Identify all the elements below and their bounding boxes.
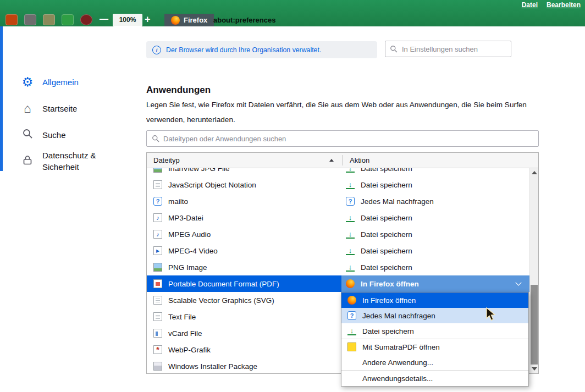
toolbar-app-icon-5[interactable] bbox=[80, 14, 92, 25]
action-label: Datei speichern bbox=[361, 214, 412, 222]
file-type-label: mailto bbox=[168, 197, 188, 206]
file-type-cell[interactable]: *WebP-Grafik bbox=[147, 341, 341, 358]
table-row[interactable]: PNG Image↓Datei speichern bbox=[147, 259, 529, 275]
table-scrollbar[interactable] bbox=[529, 168, 538, 373]
document-file-icon bbox=[153, 296, 162, 305]
file-type-cell[interactable]: ♪MPEG Audio bbox=[147, 226, 341, 242]
save-icon: ↓ bbox=[347, 327, 356, 335]
toolbar-app-icon-2[interactable] bbox=[24, 14, 36, 25]
firefox-window-tab[interactable]: Firefox bbox=[164, 14, 214, 26]
sidebar-item-allgemein[interactable]: ⚙ Allgemein bbox=[21, 75, 79, 89]
toolbar-app-icon-4[interactable] bbox=[62, 14, 74, 25]
zoom-out-button[interactable]: — bbox=[100, 13, 108, 25]
action-cell[interactable]: ↓Datei speichern bbox=[341, 176, 529, 193]
file-type-label: Text File bbox=[168, 313, 196, 321]
ask-icon: ? bbox=[347, 311, 356, 320]
scrollbar-thumb[interactable] bbox=[531, 285, 538, 365]
file-type-cell[interactable]: ?mailto bbox=[147, 193, 341, 209]
dropdown-item[interactable]: Mit SumatraPDF öffnen bbox=[341, 339, 528, 355]
dropdown-item-label: Anwendungsdetails... bbox=[362, 374, 433, 383]
firefox-icon bbox=[347, 296, 356, 305]
sidebar-item-startseite[interactable]: ⌂ Startseite bbox=[21, 102, 77, 115]
image-file-icon bbox=[153, 168, 162, 173]
table-row[interactable]: ♪MPEG Audio↓Datei speichern bbox=[147, 226, 529, 242]
save-icon: ↓ bbox=[346, 230, 355, 239]
settings-search-input[interactable] bbox=[385, 41, 511, 57]
menu-item-bearbeiten[interactable]: Bearbeiten bbox=[547, 1, 581, 9]
address-text: about:preferences bbox=[213, 14, 275, 26]
action-label: Datei speichern bbox=[361, 168, 412, 173]
file-type-label: MPEG-4 Video bbox=[168, 247, 218, 255]
webp-file-icon: * bbox=[153, 345, 162, 354]
sidebar-item-suche[interactable]: Suche bbox=[21, 128, 66, 141]
file-type-cell[interactable]: ♪MP3-Datei bbox=[147, 209, 341, 226]
save-icon: ↓ bbox=[346, 247, 355, 255]
column-header-aktion[interactable]: Aktion bbox=[350, 153, 369, 168]
info-icon bbox=[152, 46, 161, 54]
dropdown-item[interactable]: ↓Datei speichern bbox=[341, 323, 528, 339]
pdf-file-icon bbox=[153, 279, 162, 288]
image-file-icon bbox=[153, 263, 162, 272]
file-type-cell[interactable]: vCard File bbox=[147, 325, 341, 341]
file-type-cell[interactable]: PNG Image bbox=[147, 259, 341, 275]
gear-icon: ⚙ bbox=[21, 75, 34, 89]
action-label: Datei speichern bbox=[361, 230, 412, 239]
filetype-search-input[interactable] bbox=[146, 130, 539, 147]
file-type-cell[interactable]: Windows Installer Package bbox=[147, 358, 341, 373]
toolbar-app-icon-3[interactable] bbox=[43, 14, 55, 25]
table-row[interactable]: IrfanView JPG File↓Datei speichern bbox=[147, 168, 529, 176]
scroll-up-icon[interactable] bbox=[532, 171, 537, 174]
dropdown-item[interactable]: Anwendungsdetails... bbox=[341, 370, 528, 386]
action-cell[interactable]: ?Jedes Mal nachfragen bbox=[341, 193, 529, 209]
dropdown-item[interactable]: ?Jedes Mal nachfragen bbox=[341, 308, 528, 323]
table-header: Dateityp Aktion bbox=[147, 153, 538, 168]
table-row[interactable]: ▶MPEG-4 Video↓Datei speichern bbox=[147, 242, 529, 259]
scroll-down-icon[interactable] bbox=[532, 367, 537, 371]
file-type-label: MP3-Datei bbox=[168, 214, 203, 222]
file-type-label: JavaScript Object Notation bbox=[168, 181, 256, 189]
toolbar-app-icon-1[interactable] bbox=[5, 14, 18, 25]
search-icon bbox=[21, 128, 34, 141]
file-type-cell[interactable]: Portable Document Format (PDF) bbox=[147, 275, 341, 292]
dropdown-item[interactable]: In Firefox öffnen bbox=[341, 292, 528, 308]
sidebar-item-label: Startseite bbox=[42, 103, 77, 114]
file-type-cell[interactable]: Scalable Vector Graphics (SVG) bbox=[147, 292, 341, 308]
file-type-label: PNG Image bbox=[168, 263, 207, 272]
section-description: Legen Sie fest, wie Firefox mit Dateien … bbox=[146, 97, 534, 127]
action-cell[interactable]: ↓Datei speichern bbox=[341, 209, 529, 226]
table-row[interactable]: Portable Document Format (PDF)In Firefox… bbox=[147, 275, 529, 292]
action-select[interactable]: In Firefox öffnen bbox=[341, 275, 529, 292]
action-label: Datei speichern bbox=[361, 247, 412, 255]
column-header-dateityp[interactable]: Dateityp bbox=[153, 153, 180, 168]
action-cell[interactable]: ↓Datei speichern bbox=[341, 226, 529, 242]
chevron-down-icon bbox=[515, 279, 521, 285]
vcard-file-icon bbox=[153, 329, 162, 338]
table-row[interactable]: ♪MP3-Datei↓Datei speichern bbox=[147, 209, 529, 226]
file-type-cell[interactable]: Text File bbox=[147, 308, 341, 325]
zoom-level-indicator: 100% bbox=[113, 14, 142, 26]
dropdown-item[interactable]: Andere Anwendung... bbox=[341, 355, 528, 370]
menu-item-datei[interactable]: Datei bbox=[522, 1, 538, 9]
file-type-label: vCard File bbox=[168, 329, 202, 338]
file-type-cell[interactable]: IrfanView JPG File bbox=[147, 168, 341, 176]
file-type-cell[interactable]: JavaScript Object Notation bbox=[147, 176, 341, 193]
sidebar-item-label: Allgemein bbox=[42, 76, 79, 88]
window-menubar: Datei Bearbeiten bbox=[522, 1, 581, 9]
sidebar-item-label: Datenschutz & Sicherheit bbox=[42, 150, 114, 173]
left-accent-strip bbox=[0, 26, 3, 171]
action-cell[interactable]: ↓Datei speichern bbox=[341, 242, 529, 259]
zoom-in-button[interactable]: + bbox=[145, 13, 151, 26]
action-cell[interactable]: ↓Datei speichern bbox=[341, 168, 529, 176]
sumatra-icon bbox=[347, 343, 356, 351]
table-row[interactable]: ?mailto?Jedes Mal nachfragen bbox=[147, 193, 529, 209]
sidebar-item-datenschutz[interactable]: Datenschutz & Sicherheit bbox=[21, 150, 114, 173]
toolbar-app-icons bbox=[5, 14, 92, 25]
table-row[interactable]: JavaScript Object Notation↓Datei speiche… bbox=[147, 176, 529, 193]
file-type-label: Windows Installer Package bbox=[168, 362, 257, 371]
file-type-cell[interactable]: ▶MPEG-4 Video bbox=[147, 242, 341, 259]
save-icon: ↓ bbox=[346, 181, 355, 189]
action-cell[interactable]: ↓Datei speichern bbox=[341, 259, 529, 275]
file-type-label: WebP-Grafik bbox=[168, 346, 211, 354]
firefox-icon bbox=[346, 279, 355, 288]
sort-ascending-icon bbox=[329, 159, 334, 162]
